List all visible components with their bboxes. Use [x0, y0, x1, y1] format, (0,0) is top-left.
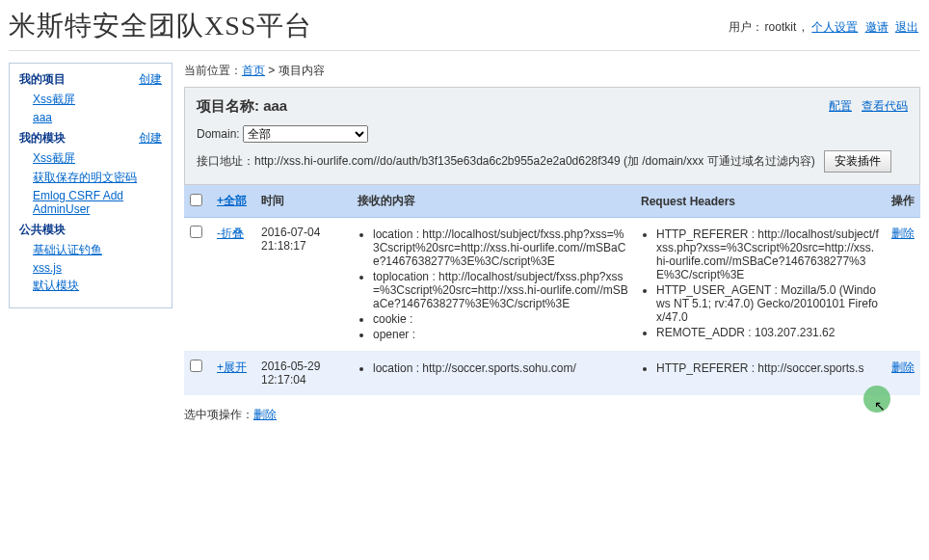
- table-row: +展开 2016-05-29 12:17:04 location : http:…: [184, 352, 920, 395]
- row-headers-list: HTTP_REFERER : http://soccer.sports.s: [656, 361, 880, 375]
- list-item: opener :: [373, 328, 629, 341]
- sidebar-item[interactable]: 默认模块: [33, 279, 79, 292]
- link-logout[interactable]: 退出: [895, 20, 918, 34]
- create-module-link[interactable]: 创建: [139, 130, 162, 147]
- toggle-row-link[interactable]: +展开: [217, 360, 247, 374]
- sidebar-group-title: 公共模块: [19, 222, 66, 238]
- row-checkbox[interactable]: [190, 226, 202, 238]
- row-content-list: location : http://localhost/subject/fxss…: [373, 227, 629, 341]
- user-label: 用户：: [729, 20, 763, 34]
- sidebar-item[interactable]: Emlog CSRF Add AdminUser: [33, 189, 123, 216]
- row-time: 2016-05-29 12:17:04: [255, 352, 352, 395]
- row-time: 2016-07-04 21:18:17: [255, 218, 352, 352]
- row-content-list: location : http://soccer.sports.sohu.com…: [373, 361, 629, 375]
- sidebar: 我的项目创建 Xss截屏 aaa 我的模块创建 Xss截屏 获取保存的明文密码 …: [9, 63, 173, 308]
- project-box: 项目名称: aaa 配置查看代码 Domain: 全部 接口地址：http://…: [184, 87, 920, 185]
- list-item: toplocation : http://localhost/subject/f…: [373, 270, 629, 310]
- sidebar-item[interactable]: Xss截屏: [33, 151, 75, 165]
- list-item: HTTP_REFERER : http://soccer.sports.s: [656, 361, 880, 375]
- list-item: HTTP_REFERER : http://localhost/subject/…: [656, 227, 880, 281]
- sidebar-item[interactable]: aaa: [33, 111, 52, 124]
- user-name: rootkit: [765, 20, 797, 34]
- sidebar-item[interactable]: xss.js: [33, 261, 62, 275]
- delete-selected-link[interactable]: 删除: [253, 408, 277, 421]
- toggle-row-link[interactable]: -折叠: [217, 227, 244, 240]
- sidebar-group-title: 我的模块: [19, 130, 66, 147]
- user-sep: ,: [798, 20, 808, 34]
- breadcrumb: 当前位置：首页 > 项目内容: [184, 63, 920, 79]
- link-config[interactable]: 配置: [829, 99, 852, 113]
- list-item: REMOTE_ADDR : 103.207.231.62: [656, 326, 880, 339]
- crumb-sep: >: [265, 64, 279, 77]
- link-settings[interactable]: 个人设置: [811, 20, 858, 34]
- user-bar: 用户：rootkit , 个人设置 邀请 退出: [729, 19, 920, 36]
- link-viewcode[interactable]: 查看代码: [862, 99, 908, 113]
- link-invite[interactable]: 邀请: [865, 20, 889, 34]
- list-item: location : http://soccer.sports.sohu.com…: [373, 361, 629, 375]
- install-plugin-button[interactable]: 安装插件: [824, 150, 891, 173]
- create-project-link[interactable]: 创建: [139, 71, 162, 88]
- delete-row-link[interactable]: 删除: [891, 227, 915, 240]
- delete-row-link[interactable]: 删除: [891, 360, 915, 374]
- toggle-all-link[interactable]: +全部: [217, 194, 247, 207]
- sidebar-item[interactable]: 获取保存的明文密码: [33, 171, 137, 184]
- sidebar-item[interactable]: Xss截屏: [33, 93, 75, 106]
- list-item: cookie :: [373, 312, 629, 326]
- row-headers-list: HTTP_REFERER : http://localhost/subject/…: [656, 227, 880, 339]
- crumb-prefix: 当前位置：: [184, 64, 242, 77]
- row-checkbox[interactable]: [190, 360, 202, 372]
- crumb-home[interactable]: 首页: [242, 64, 265, 77]
- header: 米斯特安全团队XSS平台 用户：rootkit , 个人设置 邀请 退出: [9, 0, 920, 51]
- domain-label: Domain:: [197, 127, 243, 141]
- domain-select[interactable]: 全部: [243, 125, 368, 143]
- selection-ops: 选中项操作：删除: [184, 407, 920, 423]
- api-note: (加 /domain/xxx 可通过域名过滤内容): [621, 154, 818, 168]
- col-time: 时间: [255, 185, 352, 218]
- selop-label: 选中项操作：: [184, 408, 253, 421]
- crumb-current: 项目内容: [279, 64, 325, 77]
- col-content: 接收的内容: [352, 185, 635, 218]
- list-item: location : http://localhost/subject/fxss…: [373, 227, 629, 268]
- col-headers: Request Headers: [635, 185, 886, 218]
- col-op: 操作: [886, 185, 920, 218]
- sidebar-group-title: 我的项目: [19, 71, 66, 88]
- sidebar-item[interactable]: 基础认证钓鱼: [33, 243, 102, 256]
- table-row: -折叠 2016-07-04 21:18:17 location : http:…: [184, 218, 920, 352]
- list-item: HTTP_USER_AGENT : Mozilla/5.0 (Windows N…: [656, 283, 880, 324]
- data-table: +全部 时间 接收的内容 Request Headers 操作 -折叠 2016…: [184, 185, 920, 395]
- api-prefix: 接口地址：: [197, 154, 254, 168]
- project-title: 项目名称: aaa: [197, 97, 287, 116]
- api-url: http://xss.hi-ourlife.com//do/auth/b3f13…: [254, 154, 621, 168]
- select-all-checkbox[interactable]: [190, 194, 202, 206]
